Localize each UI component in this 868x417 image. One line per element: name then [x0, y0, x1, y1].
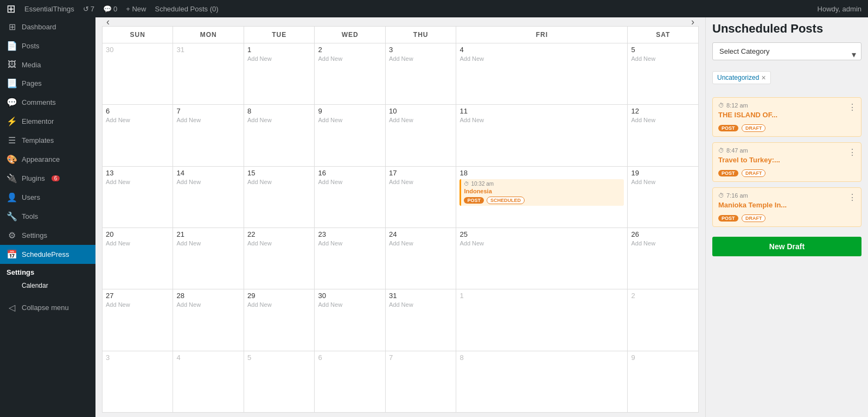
sidebar-item-dashboard[interactable]: ⊞ Dashboard — [0, 17, 95, 36]
add-new-link[interactable]: Add New — [389, 301, 413, 308]
next-month-button[interactable]: › — [687, 17, 699, 30]
day-number: 7 — [389, 353, 452, 362]
day-number: 10 — [389, 107, 452, 115]
add-new-link[interactable]: Add New — [318, 117, 342, 123]
day-number: 9 — [318, 107, 381, 115]
add-new-link[interactable]: Add New — [247, 117, 272, 123]
category-filter: Uncategorized × — [712, 71, 861, 91]
sidebar-item-appearance[interactable]: 🎨 Appearance — [0, 150, 95, 169]
unscheduled-card[interactable]: ⏱ 8:47 am Travel to Turkey:... POST DRAF… — [712, 142, 861, 182]
day-number: 18 — [459, 169, 624, 177]
comments-item[interactable]: 💬 0 — [103, 5, 117, 13]
add-new-link[interactable]: Add New — [106, 117, 130, 123]
add-new-link[interactable]: Add New — [459, 55, 484, 62]
sidebar-item-settings[interactable]: ⚙ Settings — [0, 226, 95, 245]
day-number: 11 — [459, 107, 624, 115]
updates-item[interactable]: ↺ 7 — [83, 5, 94, 13]
event-card[interactable]: ⏱ 10:32 am Indonesia POST SCHEDULED — [459, 179, 624, 206]
sidebar-item-plugins[interactable]: 🔌 Plugins 6 — [0, 169, 95, 188]
col-fri: FRI — [456, 27, 628, 43]
add-new-link[interactable]: Add New — [318, 55, 342, 62]
add-new-link[interactable]: Add New — [247, 179, 272, 185]
sidebar-item-posts[interactable]: 📄 Posts — [0, 36, 95, 55]
add-new-link[interactable]: Add New — [247, 240, 272, 247]
add-new-link[interactable]: Add New — [106, 240, 130, 247]
add-new-link[interactable]: Add New — [247, 55, 272, 62]
day-number: 8 — [247, 107, 311, 115]
add-new-link[interactable]: Add New — [318, 179, 342, 185]
calendar-cell: 6 — [315, 351, 385, 412]
add-new-link[interactable]: Add New — [631, 240, 655, 247]
sidebar-label-posts: Posts — [22, 42, 40, 50]
plugins-icon: 🔌 — [7, 173, 17, 184]
sidebar-item-tools[interactable]: 🔧 Tools — [0, 207, 95, 226]
collapse-menu[interactable]: ◁ Collapse menu — [0, 298, 95, 317]
sidebar-label-schedulepress: SchedulePress — [22, 250, 69, 258]
category-remove-button[interactable]: × — [761, 73, 765, 82]
add-new-link[interactable]: Add New — [106, 301, 130, 308]
add-new-link[interactable]: Add New — [459, 240, 484, 247]
calendar-cell: 17Add New — [385, 166, 456, 228]
add-new-link[interactable]: Add New — [176, 117, 201, 123]
add-new-link[interactable]: Add New — [389, 117, 413, 123]
day-number: 31 — [176, 46, 240, 54]
sidebar-label-templates: Templates — [22, 136, 54, 144]
add-new-link[interactable]: Add New — [318, 301, 342, 308]
sidebar-item-pages[interactable]: 📃 Pages — [0, 74, 95, 93]
card-title: Travel to Turkey:... — [718, 156, 856, 164]
unscheduled-card[interactable]: ⏱ 7:16 am Manioka Temple In... POST DRAF… — [712, 187, 861, 227]
add-new-link[interactable]: Add New — [106, 179, 130, 185]
add-new-link[interactable]: Add New — [631, 117, 655, 123]
col-mon: MON — [173, 27, 244, 43]
day-number: 1 — [459, 292, 624, 300]
calendar-cell: 20Add New — [103, 228, 173, 289]
sidebar-item-schedulepress[interactable]: 📅 SchedulePress — [0, 245, 95, 264]
sidebar-item-elementor[interactable]: ⚡ Elementor — [0, 112, 95, 131]
calendar-cell: 5 — [244, 351, 314, 412]
day-number: 1 — [247, 46, 311, 54]
add-new-link[interactable]: Add New — [631, 179, 655, 185]
add-new-link[interactable]: Add New — [389, 179, 413, 185]
site-name[interactable]: EssentialThings — [24, 5, 74, 13]
new-button[interactable]: + New — [126, 5, 146, 13]
sidebar-item-comments[interactable]: 💬 Comments — [0, 93, 95, 112]
scheduled-posts[interactable]: Scheduled Posts (0) — [155, 5, 218, 13]
sidebar-item-templates[interactable]: ☰ Templates — [0, 131, 95, 150]
card-menu-button[interactable]: ⋮ — [848, 102, 857, 112]
day-number: 22 — [247, 230, 311, 238]
calendar-cell: 2 — [628, 289, 699, 351]
card-menu-button[interactable]: ⋮ — [848, 147, 857, 157]
add-new-link[interactable]: Add New — [247, 301, 272, 308]
add-new-link[interactable]: Add New — [176, 240, 201, 247]
select-category[interactable]: Select Category — [712, 42, 861, 60]
event-title: Indonesia — [464, 188, 621, 194]
prev-month-button[interactable]: ‹ — [102, 17, 114, 30]
col-tue: TUE — [244, 27, 314, 43]
sidebar-label-media: Media — [22, 61, 41, 69]
new-draft-button[interactable]: New Draft — [712, 237, 861, 256]
day-number: 20 — [106, 230, 169, 238]
card-menu-button[interactable]: ⋮ — [848, 192, 857, 203]
add-new-link[interactable]: Add New — [176, 179, 201, 185]
calendar-cell: 4 — [173, 351, 244, 412]
event-tags: POST SCHEDULED — [464, 195, 621, 204]
calendar-cell: 7 — [385, 351, 456, 412]
add-new-link[interactable]: Add New — [389, 55, 413, 62]
card-tags: POST DRAFT — [718, 167, 856, 177]
add-new-link[interactable]: Add New — [176, 301, 201, 308]
day-number: 3 — [389, 46, 452, 54]
sidebar-sub-calendar[interactable]: Calendar — [22, 280, 95, 292]
card-time-value: 8:47 am — [726, 147, 748, 154]
main-content: ‹ › SUN MON TUE WED THU FRI SAT 30311 — [95, 17, 705, 417]
calendar-cell: 22Add New — [244, 228, 314, 289]
add-new-link[interactable]: Add New — [631, 55, 655, 62]
sidebar-item-users[interactable]: 👤 Users — [0, 188, 95, 207]
add-new-link[interactable]: Add New — [389, 240, 413, 247]
sidebar-item-media[interactable]: 🖼 Media — [0, 55, 95, 74]
calendar-cell: 4Add New — [456, 43, 628, 105]
category-tag[interactable]: Uncategorized × — [712, 71, 771, 84]
unscheduled-card[interactable]: ⏱ 8:12 am THE ISLAND OF... POST DRAFT ⋮ — [712, 97, 861, 137]
add-new-link[interactable]: Add New — [318, 240, 342, 247]
day-number: 17 — [389, 169, 452, 177]
add-new-link[interactable]: Add New — [459, 117, 484, 123]
